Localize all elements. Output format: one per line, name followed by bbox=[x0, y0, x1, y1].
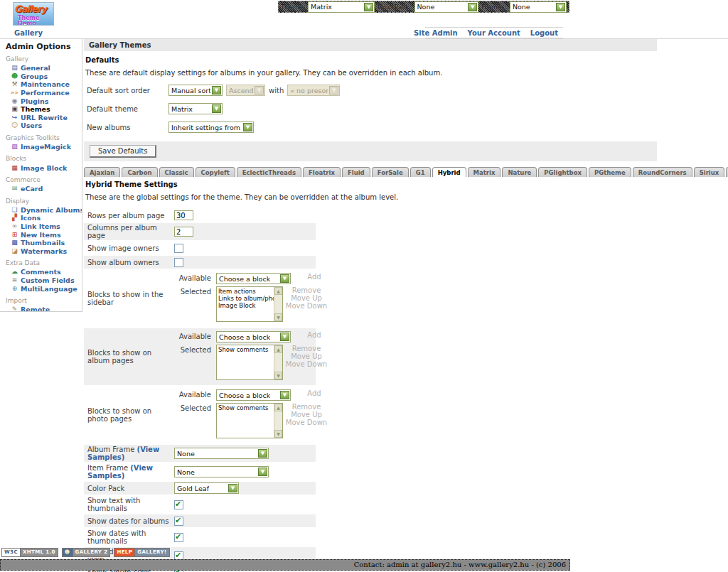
frames-select[interactable]: None ▼ bbox=[510, 1, 567, 13]
nav-link-your-account[interactable]: Your Account bbox=[463, 29, 525, 37]
sidebar-link-maintenance[interactable]: Maintenance bbox=[21, 80, 70, 88]
blocks-to-show-on-album-pages-available-select[interactable]: Choose a block▼ bbox=[216, 331, 291, 342]
scroll-down-icon[interactable]: ▼ bbox=[274, 313, 282, 321]
sidebar-link-multilanguage[interactable]: MultiLanguage bbox=[21, 285, 77, 293]
item-frame-select[interactable]: None▼ bbox=[174, 466, 269, 477]
tab-pglightbox[interactable]: PGlightbox bbox=[538, 167, 587, 177]
w3c-xhtml-badge[interactable]: W3CXHTML 1.0 bbox=[1, 548, 58, 557]
sidebar-item-image-block[interactable]: ▦Image Block bbox=[10, 163, 82, 172]
sidebar-link-ecard[interactable]: eCard bbox=[21, 185, 43, 193]
sidebar-item-imagemagick[interactable]: ▨ImageMagick bbox=[10, 143, 82, 151]
sidebar-item-plugins[interactable]: ◉Plugins bbox=[10, 97, 82, 105]
sidebar-item-themes[interactable]: ▣Themes bbox=[10, 105, 82, 114]
show-album-owners-checkbox[interactable] bbox=[174, 258, 183, 267]
tab-nature[interactable]: Nature bbox=[502, 167, 537, 177]
tab-floatrix[interactable]: Floatrix bbox=[303, 167, 341, 177]
tab-pgtheme[interactable]: PGtheme bbox=[589, 167, 631, 177]
sidebar-link-icons[interactable]: Icons bbox=[21, 214, 41, 222]
listbox-item-links-to-album-photo-peers[interactable]: Links to album/photo peers bbox=[218, 295, 273, 302]
sidebar-link-remote[interactable]: Remote bbox=[21, 306, 50, 312]
tab-fluid[interactable]: Fluid bbox=[342, 167, 370, 177]
scrollbar[interactable]: ▲▼ bbox=[274, 345, 282, 379]
tab-eclecticthreads[interactable]: EclecticThreads bbox=[237, 167, 301, 177]
tab-copyleft[interactable]: Copyleft bbox=[196, 167, 235, 177]
sidebar-item-users[interactable]: ☺Users bbox=[10, 122, 82, 130]
sidebar-item-custom-fields[interactable]: ≡Custom Fields bbox=[10, 276, 82, 285]
columns-per-album-page-input[interactable] bbox=[174, 227, 193, 237]
tab-forsale[interactable]: ForSale bbox=[372, 167, 409, 177]
tab-roundcorners[interactable]: RoundCorners bbox=[633, 167, 692, 177]
sidebar-item-new-items[interactable]: ⊞New Items bbox=[10, 230, 82, 239]
scroll-up-icon[interactable]: ▲ bbox=[274, 287, 282, 295]
tab-ajaxian[interactable]: Ajaxian bbox=[84, 167, 120, 177]
theme-select[interactable]: Matrix ▼ bbox=[308, 1, 375, 13]
scroll-down-icon[interactable]: ▼ bbox=[274, 372, 282, 379]
default-theme-select[interactable]: Matrix ▼ bbox=[168, 103, 223, 114]
blocks-to-show-on-album-pages-selected-listbox[interactable]: Show comments▲▼ bbox=[216, 345, 283, 380]
sidebar-item-performance[interactable]: »»Performance bbox=[10, 89, 82, 97]
blocks-to-show-in-the-sidebar-available-select[interactable]: Choose a block▼ bbox=[216, 273, 291, 284]
sidebar-link-watermarks[interactable]: Watermarks bbox=[21, 247, 67, 255]
new-albums-select[interactable]: Inherit settings from parent album ▼ bbox=[168, 122, 254, 133]
blocks-to-show-on-photo-pages-available-select[interactable]: Choose a block▼ bbox=[216, 389, 291, 401]
sidebar-link-image-block[interactable]: Image Block bbox=[21, 164, 67, 172]
scrollbar[interactable]: ▲▼ bbox=[274, 287, 282, 321]
listbox-item-item-actions[interactable]: Item actions bbox=[218, 288, 273, 295]
sidebar-item-general[interactable]: ▤General bbox=[10, 64, 82, 72]
sidebar-link-comments[interactable]: Comments bbox=[21, 268, 61, 276]
sidebar-link-thumbnails[interactable]: Thumbnails bbox=[21, 239, 65, 247]
sidebar-item-link-items[interactable]: ∞Link Items bbox=[10, 222, 82, 231]
sidebar-link-new-items[interactable]: New Items bbox=[21, 231, 61, 239]
sidebar-link-users[interactable]: Users bbox=[21, 122, 42, 129]
sidebar-link-link-items[interactable]: Link Items bbox=[21, 222, 60, 230]
show-dates-for-albums-checkbox[interactable] bbox=[174, 517, 183, 526]
listbox-item-image-block[interactable]: Image Block bbox=[218, 302, 273, 309]
sidebar-item-watermarks[interactable]: ◪Watermarks bbox=[10, 247, 82, 256]
help-gallery-badge[interactable]: HELPGALLERY! bbox=[114, 548, 169, 557]
sidebar-link-dynamic-albums[interactable]: Dynamic Albums bbox=[21, 206, 82, 214]
tab-carbon[interactable]: Carbon bbox=[122, 167, 157, 177]
scroll-down-icon[interactable]: ▼ bbox=[274, 430, 282, 438]
gallery2-badge[interactable]: ☻GALLERY 2 bbox=[62, 548, 111, 557]
sidebar-link-imagemagick[interactable]: ImageMagick bbox=[21, 143, 71, 151]
sidebar-item-multilanguage[interactable]: ⊕MultiLanguage bbox=[10, 284, 82, 293]
tab-hybrid[interactable]: Hybrid bbox=[432, 167, 466, 177]
sidebar-item-maintenance[interactable]: ⚒Maintenance bbox=[10, 80, 82, 89]
colorpack-select[interactable]: None ▼ bbox=[414, 1, 479, 13]
sidebar-item-remote[interactable]: ✎Remote bbox=[10, 306, 82, 312]
sidebar-link-general[interactable]: General bbox=[21, 64, 50, 72]
sidebar-link-groups[interactable]: Groups bbox=[21, 72, 48, 80]
sidebar-item-icons[interactable]: ▞Icons bbox=[10, 214, 82, 222]
default-sort-order-select[interactable]: Manual sort order ▼ bbox=[168, 85, 223, 96]
tab-classic[interactable]: Classic bbox=[159, 167, 194, 177]
color-pack-select[interactable]: Gold Leaf▼ bbox=[174, 482, 239, 494]
view-samples-link[interactable]: (View Samples) bbox=[87, 464, 153, 480]
scroll-up-icon[interactable]: ▲ bbox=[274, 404, 282, 411]
rows-per-album-page-input[interactable] bbox=[174, 210, 193, 220]
scrollbar[interactable]: ▲▼ bbox=[274, 404, 282, 438]
sidebar-link-plugins[interactable]: Plugins bbox=[21, 97, 48, 105]
nav-link-logout[interactable]: Logout bbox=[525, 29, 563, 37]
sidebar-item-thumbnails[interactable]: ▩Thumbnails bbox=[10, 239, 82, 247]
breadcrumb-gallery[interactable]: Gallery bbox=[14, 29, 43, 37]
sidebar-item-dynamic-albums[interactable]: ❏Dynamic Albums bbox=[10, 206, 82, 215]
listbox-item-show-comments[interactable]: Show comments bbox=[218, 346, 273, 353]
sidebar-link-custom-fields[interactable]: Custom Fields bbox=[21, 276, 75, 284]
sidebar-item-comments[interactable]: ☁Comments bbox=[10, 268, 82, 276]
sidebar-item-ecard[interactable]: ✉eCard bbox=[10, 185, 82, 193]
sidebar-item-url-rewrite[interactable]: ↪URL Rewrite bbox=[10, 114, 82, 122]
view-samples-link[interactable]: (View Samples) bbox=[87, 446, 159, 461]
album-frame-select[interactable]: None▼ bbox=[174, 448, 269, 459]
nav-link-site-admin[interactable]: Site Admin bbox=[409, 29, 463, 37]
tab-siriux[interactable]: Siriux bbox=[694, 167, 725, 177]
sidebar-link-url-rewrite[interactable]: URL Rewrite bbox=[21, 114, 68, 122]
sidebar-item-groups[interactable]: ☻Groups bbox=[10, 72, 82, 81]
gallery-logo[interactable]: Gallery Theme Demo bbox=[13, 2, 54, 26]
save-defaults-button[interactable]: Save Defaults bbox=[90, 145, 156, 158]
show-image-owners-checkbox[interactable] bbox=[174, 244, 183, 253]
show-text-with-thumbnails-checkbox[interactable] bbox=[174, 500, 183, 509]
show-dates-with-thumbnails-checkbox[interactable] bbox=[174, 533, 183, 542]
sidebar-link-performance[interactable]: Performance bbox=[21, 89, 70, 97]
scroll-up-icon[interactable]: ▲ bbox=[274, 345, 282, 353]
listbox-item-show-comments[interactable]: Show comments bbox=[218, 404, 273, 411]
